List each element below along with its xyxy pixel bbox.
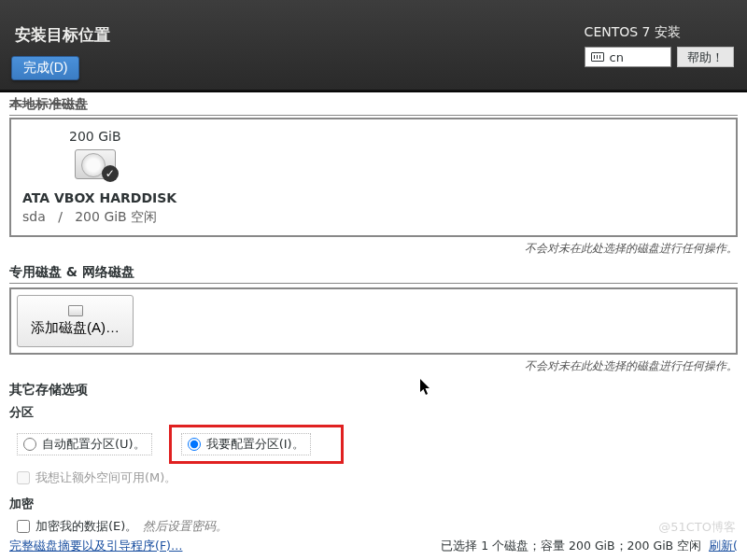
harddisk-icon: ✓: [75, 149, 116, 179]
manual-partition-highlight: 我要配置分区(I)。: [169, 425, 344, 464]
installer-name: CENTOS 7 安装: [585, 24, 734, 41]
local-disks-heading: 本地标准磁盘: [9, 96, 738, 116]
extra-space-input: [17, 471, 30, 484]
done-button[interactable]: 完成(D): [11, 56, 79, 80]
storage-options-heading: 其它存储选项: [9, 382, 738, 400]
encryption-heading: 加密: [9, 496, 738, 512]
radio-manual-input[interactable]: [188, 438, 201, 451]
footer-bar: 完整磁盘摘要以及引导程序(F)… 已选择 1 个磁盘；容量 200 GiB；20…: [0, 539, 747, 554]
check-icon: ✓: [102, 165, 119, 182]
radio-manual-partition[interactable]: 我要配置分区(I)。: [181, 433, 311, 455]
network-disks-heading: 专用磁盘 & 网络磁盘: [9, 264, 738, 284]
disk-name: ATA VBOX HARDDISK: [22, 190, 725, 205]
local-disks-note: 不会对未在此处选择的磁盘进行任何操作。: [9, 241, 738, 257]
disk-item[interactable]: 200 GiB ✓: [69, 129, 121, 185]
header-bar: 安装目标位置 CENTOS 7 安装 cn 帮助！ 完成(D): [0, 0, 747, 90]
encrypt-input[interactable]: [17, 520, 30, 533]
keyboard-layout-indicator[interactable]: cn: [585, 47, 671, 67]
page-title: 安装目标位置: [15, 24, 110, 46]
network-disks-note: 不会对未在此处选择的磁盘进行任何操作。: [9, 358, 738, 374]
partition-heading: 分区: [9, 404, 738, 421]
extra-space-checkbox: 我想让额外空间可用(M)。: [17, 469, 738, 486]
local-disks-frame: 200 GiB ✓ ATA VBOX HARDDISK sda / 200 Gi…: [9, 118, 738, 237]
radio-auto-input[interactable]: [23, 438, 36, 451]
help-button[interactable]: 帮助！: [677, 47, 734, 67]
radio-auto-partition[interactable]: 自动配置分区(U)。: [17, 433, 152, 455]
disk-subinfo: sda / 200 GiB 空闲: [22, 209, 725, 226]
disk-size: 200 GiB: [69, 129, 121, 144]
network-disks-frame: 添加磁盘(A)…: [9, 287, 738, 355]
disk-summary-link[interactable]: 完整磁盘摘要以及引导程序(F)…: [9, 539, 182, 554]
add-disk-button[interactable]: 添加磁盘(A)…: [17, 295, 134, 347]
refresh-link[interactable]: 刷新(: [709, 539, 738, 553]
keyboard-layout-label: cn: [610, 50, 624, 64]
encrypt-checkbox[interactable]: 加密我的数据(E)。 然后设置密码。: [17, 518, 738, 535]
footer-status: 已选择 1 个磁盘；容量 200 GiB；200 GiB 空闲 刷新(: [441, 539, 738, 554]
add-disk-label: 添加磁盘(A)…: [31, 319, 120, 337]
disk-small-icon: [68, 305, 83, 316]
keyboard-icon: [591, 52, 604, 62]
